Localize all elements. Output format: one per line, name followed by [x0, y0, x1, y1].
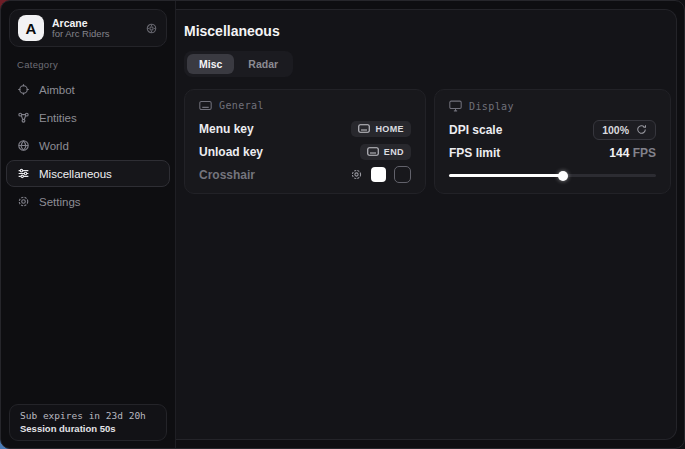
display-panel-header: Display: [449, 100, 656, 112]
category-label: Category: [17, 59, 175, 70]
fps-slider-thumb[interactable]: [558, 171, 568, 181]
sidebar-item-entities[interactable]: Entities: [6, 104, 170, 131]
crosshair-color-swatch[interactable]: [371, 167, 386, 182]
globe-icon: [17, 139, 30, 152]
keyboard-icon: [367, 147, 379, 156]
app-meta: Arcane for Arc Riders: [52, 17, 137, 40]
unload-key-value: END: [384, 147, 404, 157]
page-title: Miscellaneous: [184, 23, 676, 39]
panels-grid: General Menu key HOME: [184, 89, 676, 194]
menu-key-row: Menu key HOME: [199, 117, 411, 140]
fps-limit-label: FPS limit: [449, 146, 500, 160]
general-panel: General Menu key HOME: [184, 89, 426, 194]
dpi-scale-value: 100%: [602, 124, 629, 136]
sidebar-item-miscellaneous[interactable]: Miscellaneous: [6, 160, 170, 187]
crosshair-checkbox[interactable]: [394, 166, 411, 183]
general-panel-title: General: [219, 100, 264, 111]
sidebar-item-aimbot[interactable]: Aimbot: [6, 76, 170, 103]
app-logo: A: [18, 15, 44, 41]
crosshair-settings-gear-icon[interactable]: [350, 168, 363, 181]
cycle-icon: [636, 124, 647, 135]
app-window: A Arcane for Arc Riders Category: [0, 0, 685, 449]
display-panel: Display DPI scale 100%: [434, 89, 671, 194]
unload-key-label: Unload key: [199, 145, 263, 159]
dpi-scale-select[interactable]: 100%: [593, 120, 656, 140]
menu-key-label: Menu key: [199, 122, 254, 136]
sidebar-item-settings[interactable]: Settings: [6, 188, 170, 215]
crosshair-label: Crosshair: [199, 168, 255, 182]
menu-key-value: HOME: [375, 124, 404, 134]
fps-limit-value: 144 FPS: [609, 146, 656, 160]
sidebar-item-label: Entities: [39, 112, 77, 124]
fps-slider-fill: [449, 174, 563, 177]
gear-icon[interactable]: [145, 22, 158, 35]
display-panel-title: Display: [469, 101, 514, 112]
app-header-card: A Arcane for Arc Riders: [9, 9, 167, 47]
monitor-icon: [449, 100, 462, 112]
tab-misc[interactable]: Misc: [187, 54, 234, 74]
keyboard-icon: [199, 100, 212, 111]
sub-expiry-text: Sub expires in 23d 20h: [20, 410, 156, 421]
sidebar-item-label: Aimbot: [39, 84, 75, 96]
sliders-icon: [17, 167, 30, 180]
app-subtitle: for Arc Riders: [52, 29, 137, 40]
app-name: Arcane: [52, 17, 137, 29]
tab-radar[interactable]: Radar: [236, 54, 290, 74]
fps-limit-slider[interactable]: [449, 168, 656, 182]
subscription-info-card: Sub expires in 23d 20h Session duration …: [9, 404, 167, 441]
fps-unit: FPS: [633, 146, 656, 160]
unload-key-row: Unload key END: [199, 140, 411, 163]
tab-bar: Misc Radar: [184, 51, 293, 77]
session-duration-text: Session duration 50s: [20, 423, 156, 434]
sidebar: A Arcane for Arc Riders Category: [1, 1, 176, 448]
sidebar-item-label: Settings: [39, 196, 81, 208]
fps-limit-row: FPS limit 144 FPS: [449, 141, 656, 164]
crosshair-row: Crosshair: [199, 163, 411, 186]
keyboard-icon: [358, 124, 370, 133]
sidebar-item-label: Miscellaneous: [39, 168, 112, 180]
crosshair-controls: [350, 166, 411, 183]
dpi-scale-row: DPI scale 100%: [449, 118, 656, 141]
gear-icon: [17, 195, 30, 208]
sidebar-item-label: World: [39, 140, 69, 152]
sidebar-nav: Aimbot Entities World: [1, 76, 175, 215]
entities-icon: [17, 111, 30, 124]
fps-number: 144: [609, 146, 629, 160]
dpi-scale-label: DPI scale: [449, 123, 502, 137]
general-panel-header: General: [199, 100, 411, 111]
main-area: Miscellaneous Misc Radar Gene: [176, 1, 684, 448]
crosshair-icon: [17, 83, 30, 96]
unload-key-bind-button[interactable]: END: [360, 144, 411, 160]
menu-key-bind-button[interactable]: HOME: [351, 121, 411, 137]
sidebar-item-world[interactable]: World: [6, 132, 170, 159]
main-card: Miscellaneous Misc Radar Gene: [176, 9, 677, 440]
